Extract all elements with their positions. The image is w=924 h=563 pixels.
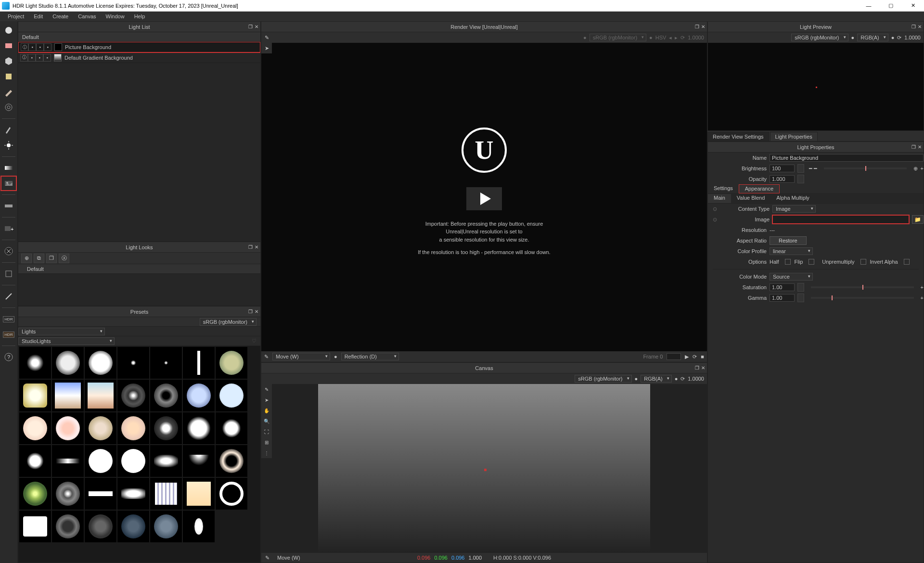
preset-thumb[interactable] [150, 445, 182, 477]
link-icon[interactable]: ⊙ [713, 217, 719, 223]
light-preview-viewport[interactable] [708, 43, 924, 130]
cycle-icon[interactable]: ⟳ [680, 376, 685, 382]
tab-render-settings[interactable]: Render View Settings [707, 132, 769, 141]
close-button[interactable]: ✕ [902, 0, 924, 12]
presets-subcategory-combo[interactable]: StudioLights [18, 337, 115, 345]
tool-wand[interactable] [1, 289, 16, 304]
solo-icon[interactable]: ▪ [44, 43, 51, 51]
info-icon[interactable]: ⓘ [20, 54, 28, 62]
looks-dup-button[interactable]: ⧉ [34, 254, 44, 263]
add-icon[interactable]: + [921, 166, 924, 171]
loop-icon[interactable]: ⟳ [693, 354, 697, 360]
preset-thumb[interactable] [117, 412, 149, 444]
preset-thumb[interactable] [216, 478, 247, 510]
cycle-icon[interactable]: ⟳ [897, 35, 901, 41]
colorprofile-combo[interactable]: linear [770, 247, 813, 255]
close-icon[interactable]: ✕ [255, 309, 258, 314]
preset-thumb[interactable] [183, 380, 215, 411]
add-icon[interactable]: + [921, 295, 924, 301]
spinner[interactable] [797, 294, 804, 302]
preset-thumb[interactable] [183, 445, 215, 477]
light-list-group[interactable]: Default [18, 32, 260, 42]
subtab-settings[interactable]: Settings [708, 184, 739, 193]
menu-help[interactable]: Help [129, 13, 150, 19]
tool-pick[interactable] [1, 123, 16, 137]
half-checkbox[interactable] [785, 259, 791, 265]
preset-thumb[interactable] [85, 412, 116, 444]
prop-opacity-input[interactable]: 1.000 [770, 175, 795, 183]
light-row-gradient-bg[interactable]: ⓘ ▪ ▪ ▪ Default Gradient Background [18, 52, 260, 63]
spinner[interactable] [797, 175, 804, 183]
undock-icon[interactable]: ❐ [911, 24, 916, 29]
preset-thumb[interactable] [150, 478, 182, 510]
prop-name-input[interactable] [770, 154, 924, 162]
menu-project[interactable]: Project [3, 13, 29, 19]
play-icon[interactable]: ▶ [685, 354, 689, 360]
presets-category-combo[interactable]: Lights [18, 328, 105, 335]
lock-icon[interactable]: ▪ [36, 54, 43, 62]
flip-checkbox[interactable] [808, 259, 814, 265]
menu-window[interactable]: Window [101, 13, 129, 19]
tool-hex-light[interactable] [1, 54, 16, 68]
looks-row-default[interactable]: Default [18, 264, 260, 274]
spinner[interactable] [797, 283, 804, 292]
preset-thumb[interactable] [150, 412, 182, 444]
saturation-input[interactable]: 1.00 [770, 283, 795, 291]
cv-brush-icon[interactable]: ✎ [261, 384, 272, 395]
lp-colorspace-combo[interactable]: sRGB (rgbMonitor) [791, 34, 848, 41]
looks-copy-button[interactable]: ❐ [46, 254, 57, 263]
rv-exposure[interactable]: 1.0000 [688, 35, 704, 40]
canvas-channel-combo[interactable]: RGB(A) [641, 375, 672, 383]
preset-thumb[interactable] [117, 380, 149, 411]
visibility-icon[interactable]: ▪ [28, 43, 36, 51]
preset-thumb[interactable] [85, 347, 116, 379]
looks-delete-button[interactable]: ⓧ [59, 254, 69, 263]
info-icon[interactable]: ⓘ [21, 43, 28, 51]
preset-thumb[interactable] [19, 478, 51, 510]
canvas-body[interactable]: ✎ ➤ ✋ 🔍 ⛶ ⊞ ⋮ [261, 384, 707, 553]
menu-create[interactable]: Create [48, 13, 73, 19]
link-icon[interactable]: ⊙ [713, 206, 719, 212]
preset-thumb[interactable] [19, 347, 51, 379]
lp-channel-combo[interactable]: RGB(A) [857, 34, 888, 41]
undock-icon[interactable]: ❐ [248, 309, 253, 314]
preset-thumb[interactable] [183, 478, 215, 510]
preset-thumb[interactable] [85, 380, 116, 411]
cv-dots-icon[interactable]: ⋮ [261, 448, 272, 458]
preset-thumb[interactable] [19, 412, 51, 444]
transport-move-combo[interactable]: Move (W) [272, 353, 330, 360]
close-icon[interactable]: ✕ [701, 365, 705, 371]
preset-thumb[interactable] [117, 347, 149, 379]
close-icon[interactable]: ✕ [918, 24, 922, 29]
preset-thumb[interactable] [19, 445, 51, 477]
undock-icon[interactable]: ❐ [911, 144, 916, 150]
lock-icon[interactable]: ▪ [36, 43, 44, 51]
browse-button[interactable]: 📁 [912, 215, 924, 224]
preset-thumb[interactable] [85, 445, 116, 477]
tool-crop[interactable] [1, 267, 16, 281]
close-icon[interactable]: ✕ [255, 24, 258, 29]
preset-thumb[interactable] [183, 412, 215, 444]
tool-brush[interactable] [1, 85, 16, 99]
lp-exposure[interactable]: 1.0000 [904, 35, 921, 40]
rv-cycle-icon[interactable]: ⟳ [680, 35, 685, 41]
preset-thumb[interactable] [183, 511, 215, 542]
saturation-slider[interactable] [811, 286, 914, 288]
subtab-appearance[interactable]: Appearance [739, 184, 780, 193]
invertalpha-checkbox[interactable] [904, 259, 910, 265]
preset-thumb[interactable] [150, 511, 182, 542]
preset-thumb[interactable] [117, 445, 149, 477]
add-icon[interactable]: + [921, 284, 924, 290]
undock-icon[interactable]: ❐ [248, 244, 253, 250]
tool-addpreset[interactable]: + [1, 221, 16, 236]
prop-brightness-input[interactable]: 100 [770, 165, 795, 172]
stop-icon[interactable]: ■ [701, 354, 704, 359]
tool-target[interactable] [1, 100, 16, 115]
favorite-icon[interactable]: ♡ [252, 338, 257, 344]
minimize-button[interactable]: — [858, 0, 880, 12]
tool-round-light[interactable] [1, 23, 16, 38]
unpremult-checkbox[interactable] [860, 259, 866, 265]
tab-light-properties[interactable]: Light Properties [770, 132, 818, 141]
content-type-combo[interactable]: Image [772, 205, 816, 213]
tool-hdr1[interactable]: HDR [1, 312, 16, 326]
